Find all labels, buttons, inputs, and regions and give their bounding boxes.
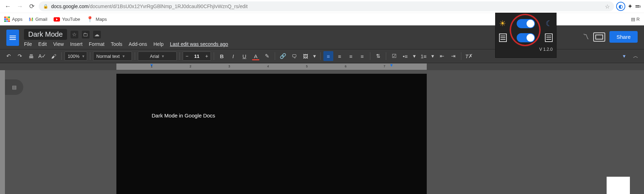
indent-decrease-button[interactable]: ⇤ [437, 51, 447, 61]
font-size-decrease[interactable]: − [183, 52, 191, 60]
ruler-row: ▼ 1 2 3 4 5 6 ▼ 7 [0, 63, 644, 70]
global-darkmode-toggle[interactable] [517, 19, 535, 28]
indent-increase-button[interactable]: ⇥ [448, 51, 458, 61]
menu-insert[interactable]: Insert [70, 41, 83, 47]
font-select[interactable]: Arial▼ [138, 51, 177, 61]
extensions-button[interactable]: ✦ [627, 2, 633, 10]
menu-addons[interactable]: Add-ons [129, 41, 147, 47]
paint-format-button[interactable]: 🖌 [49, 51, 59, 61]
apps-shortcut[interactable]: Apps [4, 17, 23, 22]
chevron-down-icon[interactable]: ▾ [430, 51, 436, 61]
undo-button[interactable]: ↶ [4, 51, 13, 61]
redo-button[interactable]: ↷ [15, 51, 25, 61]
horizontal-ruler[interactable]: ▼ 1 2 3 4 5 6 ▼ 7 [116, 63, 427, 70]
editor-canvas: ▤ Dark Mode in Google Docs [0, 70, 644, 194]
paragraph-style-select[interactable]: Normal text▼ [93, 51, 132, 61]
gmail-label: Gmail [35, 17, 47, 22]
gmail-icon: M [29, 16, 34, 22]
chrome-settings-icon[interactable]: ≕ [635, 2, 641, 10]
ruler-tick: 7 [383, 65, 385, 68]
apps-grid-icon [4, 17, 10, 22]
ruler-tick: 1 [151, 65, 152, 68]
bullet-list-button[interactable]: •≡ [400, 51, 410, 61]
document-page[interactable]: Dark Mode in Google Docs [116, 74, 427, 194]
ruler-tick: 2 [189, 65, 191, 68]
darkmode-extension-popup: ☀ ☾ V 1.2.0 [495, 13, 557, 58]
numbered-list-button[interactable]: 1≡ [419, 51, 429, 61]
sun-icon: ☀ [499, 19, 506, 28]
reading-list-icon: ▤ [631, 17, 635, 22]
menu-view[interactable]: View [53, 41, 64, 47]
url-path: /document/d/1BsU0x12YvrRgGBlNmp_1RJ0dcau… [89, 4, 248, 9]
move-document-icon[interactable]: 🗀 [82, 31, 90, 38]
insert-link-button[interactable]: 🔗 [278, 51, 288, 61]
italic-button[interactable]: I [228, 51, 238, 61]
collapse-toolbar-button[interactable]: ︿ [631, 51, 640, 61]
menu-edit[interactable]: Edit [38, 41, 47, 47]
youtube-icon [54, 17, 60, 22]
align-right-button[interactable]: ≡ [346, 51, 356, 61]
align-center-button[interactable]: ≡ [335, 51, 345, 61]
browser-toolbar: ← → ⟳ 🔒 docs.google.com/document/d/1BsU0… [0, 0, 644, 13]
star-document-icon[interactable]: ☆ [71, 31, 78, 38]
underline-button[interactable]: U [239, 51, 249, 61]
chevron-down-icon: ▼ [122, 54, 125, 58]
light-doc-icon [499, 34, 507, 42]
explore-button[interactable] [607, 177, 630, 194]
maps-pin-icon: 📍 [86, 16, 93, 23]
bold-button[interactable]: B [217, 51, 227, 61]
align-left-button[interactable]: ≡ [323, 51, 333, 61]
menu-bar: File Edit View Insert Format Tools Add-o… [24, 41, 228, 47]
editing-mode-chevron[interactable]: ▾ [619, 51, 629, 61]
spellcheck-button[interactable]: A✓ [37, 51, 47, 61]
back-button[interactable]: ← [3, 1, 13, 11]
cloud-status-icon[interactable]: ☁ [93, 31, 101, 38]
lock-icon: 🔒 [43, 4, 48, 9]
menu-help[interactable]: Help [153, 41, 164, 47]
document-title[interactable]: Dark Mode [24, 29, 67, 40]
ruler-tick: 6 [345, 65, 346, 68]
activity-icon[interactable]: 〽 [583, 33, 589, 41]
clear-formatting-button[interactable]: T✗ [464, 51, 474, 61]
line-spacing-button[interactable]: ⇅ [373, 51, 383, 61]
forward-button[interactable]: → [15, 1, 25, 11]
youtube-bookmark[interactable]: YouTube [54, 17, 80, 22]
reading-list-label: R [637, 17, 640, 22]
dark-doc-icon [545, 34, 553, 42]
print-button[interactable]: 🖶 [26, 51, 36, 61]
align-justify-button[interactable]: ≡ [357, 51, 367, 61]
page-darkmode-toggle[interactable] [517, 33, 535, 42]
font-value: Arial [150, 54, 159, 59]
insert-image-button[interactable]: 🖼 [300, 51, 310, 61]
chevron-down-icon: ▼ [161, 54, 165, 58]
last-edit-link[interactable]: Last edit was seconds ago [170, 41, 228, 47]
highlight-button[interactable]: ✎ [262, 51, 272, 61]
right-indent-marker-icon[interactable]: ▼ [389, 63, 394, 68]
vertical-ruler[interactable] [0, 70, 5, 194]
chevron-down-icon[interactable]: ▾ [412, 51, 417, 61]
present-icon[interactable] [593, 32, 605, 42]
checklist-button[interactable]: ☑ [389, 51, 399, 61]
bookmark-star-icon[interactable]: ☆ [605, 3, 610, 10]
menu-tools[interactable]: Tools [111, 41, 122, 47]
zoom-select[interactable]: 100%▼ [65, 51, 87, 61]
extension-darkmode-icon[interactable]: ◐ [616, 2, 625, 11]
font-size-increase[interactable]: + [203, 52, 211, 60]
reload-button[interactable]: ⟳ [27, 1, 37, 11]
menu-format[interactable]: Format [89, 41, 104, 47]
font-size-value[interactable]: 11 [191, 52, 203, 60]
moon-icon: ☾ [546, 19, 553, 28]
maps-bookmark[interactable]: 📍 Maps [86, 16, 107, 23]
share-button[interactable]: Share [609, 31, 638, 43]
ruler-tick: 3 [228, 65, 230, 68]
chevron-down-icon[interactable]: ▾ [312, 51, 317, 61]
insert-comment-button[interactable]: 🗨 [289, 51, 299, 61]
outline-toggle-button[interactable]: ▤ [5, 79, 23, 95]
menu-file[interactable]: File [24, 41, 32, 47]
gmail-bookmark[interactable]: M Gmail [29, 16, 47, 22]
docs-logo-icon[interactable] [6, 30, 19, 46]
ruler-tick: 5 [306, 65, 308, 68]
reading-list-button[interactable]: ▤ R [631, 17, 640, 22]
address-bar[interactable]: 🔒 docs.google.com/document/d/1BsU0x12Yvr… [39, 1, 614, 11]
text-color-button[interactable]: A [251, 51, 261, 61]
